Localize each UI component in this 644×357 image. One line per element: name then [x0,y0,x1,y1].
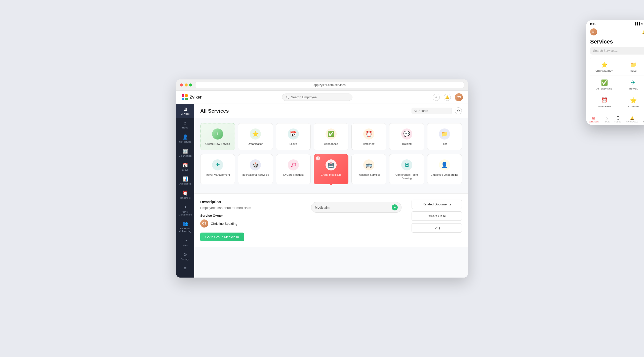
mobile-nav-feeds[interactable]: 💬 FEEDS [615,116,621,123]
conference-card-label: Conference Room Booking [392,173,421,180]
conference-service-icon: 🖥 [401,159,412,170]
user-avatar-btn[interactable]: CS [455,93,463,101]
mobile-user-avatar[interactable]: CS [590,28,597,35]
service-card-employee-onboarding[interactable]: 👤 Employee Onboarding [427,154,462,185]
mobile-service-card-attendance[interactable]: ✅ ATTENDANCE [590,75,619,93]
header-actions: ⚙ [412,107,462,114]
mobile-attendance-label: ATTENDANCE [596,87,612,90]
mobile-nav-more[interactable]: ≡ MORE [643,116,644,123]
mobile-service-card-travel[interactable]: ✈ TRAVEL [619,75,644,93]
mobile-nav-approvals[interactable]: 🔔 APPROVALS [626,116,638,123]
mobile-header: CS 🔔 [586,26,644,37]
sidebar-item-timesheet[interactable]: ⏰ Timesheet [176,188,194,202]
faq-btn[interactable]: FAQ [412,223,462,233]
browser-window: app.zylker.com/services Zylker ＋ 🔔 CS [176,79,468,277]
sidebar-item-home[interactable]: ⌂ Home [176,118,194,132]
hamburger-icon: ≡ [184,266,187,271]
mobile-timesheet-label: TIMESHEET [598,105,611,108]
transport-card-label: Transport Services [357,173,380,176]
svg-rect-3 [185,98,188,100]
self-service-icon: 👤 [182,134,188,140]
onboarding-icon: 👥 [182,221,188,227]
sidebar-item-attendance[interactable]: 📊 Attendance [176,174,194,188]
mobile-expense-label: EXPENSE [628,105,639,108]
top-search[interactable] [282,94,352,101]
go-to-mediclaim-btn[interactable]: Go to Group Mediclaim [200,233,244,241]
top-search-input[interactable] [291,95,348,99]
sidebar-label-attendance: Attendance [179,183,191,185]
content-search[interactable] [412,108,452,114]
service-card-transport[interactable]: 🚌 Transport Services [351,154,386,185]
notification-icon-btn[interactable]: 🔔 [444,94,451,101]
mobile-status-bar: 9:41 ▐▐▐ ≋ 🔋 [586,20,644,26]
owner-avatar: CS [200,219,208,228]
service-card-attendance[interactable]: ✅ Attendance [314,123,348,150]
create-case-btn[interactable]: Create Case [412,211,462,221]
service-card-group-mediclaim[interactable]: ⓘ 🏥 Group Mediclaim [314,154,348,185]
maximize-dot[interactable] [189,83,192,86]
sidebar-item-services[interactable]: ⊞ Services [176,104,194,118]
service-card-files[interactable]: 📁 Files [427,123,462,150]
panel-left: Description Employees can enrol for medi… [200,200,291,241]
mobile-service-card-files[interactable]: 📁 FILES [619,58,644,75]
mobile-nav-feeds-icon: 💬 [616,116,620,120]
service-card-travel-management[interactable]: ✈ Travel Management [200,154,235,185]
mobile-files-label: FILES [630,70,637,72]
mobile-search[interactable]: Search Services... [590,47,644,55]
service-card-organization[interactable]: ⭐ Organization [238,123,273,150]
mobile-service-card-organization[interactable]: ⭐ ORGANIZATION [590,58,619,75]
sidebar-label-settings: Settings [181,258,189,261]
logo-icon [181,94,188,101]
sidebar-item-more[interactable]: ··· More [176,235,194,249]
related-documents-btn[interactable]: Related Documents [412,200,462,209]
sidebar-item-organization[interactable]: 🏢 Organization [176,146,194,160]
mobile-signal: ▐▐▐ ≋ 🔋 [634,22,644,25]
travel-management-card-label: Travel Management [205,173,230,176]
svg-line-5 [288,98,289,99]
sidebar-item-employee-onboarding[interactable]: 👥 Employee Onboarding [176,218,194,235]
timesheet-icon: ⏰ [182,190,188,196]
leave-icon: 📅 [182,162,188,168]
sidebar-item-travel[interactable]: ✈ Travel Management [176,202,194,219]
service-card-recreational[interactable]: 🎲 Recreational Activities [238,154,273,185]
content-search-input[interactable] [419,109,449,113]
mobile-org-icon: ⭐ [601,62,608,68]
sidebar-label-timesheet: Timesheet [180,197,190,199]
top-nav: Zylker ＋ 🔔 CS [176,91,468,104]
top-nav-actions: ＋ 🔔 CS [433,93,463,101]
mediclaim-tag: Mediclaim + [311,202,402,213]
mobile-nav-home[interactable]: ⌂ HOME [603,116,610,123]
sidebar-item-leave[interactable]: 📅 Leave [176,160,194,174]
mobile-expense-icon: ⭐ [630,97,637,104]
minimize-dot[interactable] [185,83,188,86]
travel-management-icon: ✈ [212,159,223,170]
services-grid-row2: ✈ Travel Management 🎲 Recreational Activ… [200,154,462,185]
group-mediclaim-card-label: Group Mediclaim [320,173,341,176]
service-card-training[interactable]: 💬 Training [389,123,424,150]
settings-gear-btn[interactable]: ⚙ [455,107,462,114]
add-mediclaim-btn[interactable]: + [392,204,398,210]
service-card-leave[interactable]: 📅 Leave [276,123,311,150]
more-icon: ··· [183,238,187,243]
page-title: All Services [200,108,229,114]
mobile-service-card-expense[interactable]: ⭐ EXPENSE [619,93,644,111]
sidebar-label-self-service: Self-service [179,141,191,143]
mobile-bell-icon[interactable]: 🔔 [642,29,644,35]
attendance-service-icon: ✅ [326,128,337,140]
service-card-id-card[interactable]: 🏷 ID Card Request [276,154,311,185]
id-card-card-label: ID Card Request [283,173,304,176]
sidebar-label-organization: Organization [179,155,191,157]
mobile-bottom-nav: ⊞ SERVICES ⌂ HOME 💬 FEEDS 🔔 APPROVALS ≡ … [586,114,644,125]
service-card-conference[interactable]: 🖥 Conference Room Booking [389,154,424,185]
sidebar-item-hamburger[interactable]: ≡ [176,263,194,274]
close-dot[interactable] [180,83,183,86]
mobile-org-label: ORGANIZATION [595,70,613,72]
mobile-service-card-timesheet[interactable]: ⏰ TIMESHEET [590,93,619,111]
service-card-create[interactable]: + Create New Service [200,123,235,150]
add-icon-btn[interactable]: ＋ [433,94,440,101]
mobile-nav-services[interactable]: ⊞ SERVICES [589,116,599,123]
sidebar-item-settings[interactable]: ⚙ Settings [176,249,194,263]
service-card-timesheet[interactable]: ⏰ Timesheet [351,123,386,150]
panel-right: Related Documents Create Case FAQ [412,200,462,241]
sidebar-item-self-service[interactable]: 👤 Self-service [176,132,194,146]
